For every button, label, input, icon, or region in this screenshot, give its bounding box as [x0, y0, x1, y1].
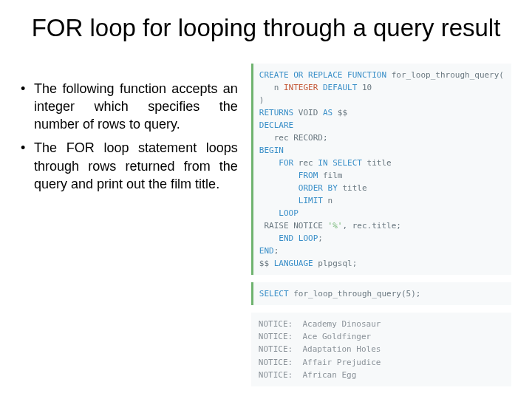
output-line: NOTICE: Affair Prejudice — [259, 358, 381, 367]
code-text: plpgsql; — [313, 259, 358, 268]
code-keyword: LOOP — [279, 208, 299, 218]
code-text: $$ — [332, 108, 347, 117]
code-keyword: FROM — [299, 171, 318, 180]
code-text: rec RECORD; — [259, 133, 328, 143]
slide-title: FOR loop for looping through a query res… — [21, 13, 511, 43]
right-column: CREATE OR REPLACE FUNCTION for_loop_thro… — [251, 64, 511, 386]
code-text — [259, 171, 299, 180]
code-text: n — [259, 83, 284, 92]
output-line: NOTICE: Ace Goldfinger — [259, 332, 371, 341]
code-text — [259, 208, 279, 218]
code-keyword: ORDER BY — [299, 183, 338, 193]
bullet-item: The FOR loop statement loops through row… — [21, 139, 238, 193]
code-text: rec — [293, 158, 318, 168]
code-keyword: SELECT — [259, 289, 289, 299]
code-text: ) — [259, 95, 265, 105]
code-block-select: SELECT for_loop_through_query(5); — [251, 282, 511, 305]
code-string: '%' — [328, 221, 343, 231]
code-text: , rec.title; — [342, 221, 400, 231]
code-text: n — [323, 196, 332, 205]
bullet-list: The following function accepts an intege… — [21, 80, 238, 194]
code-text: ; — [274, 246, 279, 256]
code-text: for_loop_through_query( — [386, 70, 504, 80]
code-text: title — [362, 158, 392, 168]
code-text: 10 — [357, 83, 372, 92]
code-block-function: CREATE OR REPLACE FUNCTION for_loop_thro… — [251, 64, 511, 276]
code-text: $$ — [259, 259, 274, 268]
code-keyword: END — [259, 246, 274, 256]
code-text — [259, 233, 279, 243]
code-keyword: DEFAULT — [318, 83, 357, 92]
bullet-item: The following function accepts an intege… — [21, 80, 238, 134]
code-text — [259, 183, 299, 193]
code-keyword: CREATE OR REPLACE FUNCTION — [259, 70, 386, 80]
output-block: NOTICE: Academy Dinosaur NOTICE: Ace Gol… — [251, 313, 511, 386]
code-text — [259, 158, 279, 168]
code-text: for_loop_through_query(5); — [289, 289, 421, 299]
code-type: INTEGER — [284, 83, 318, 92]
code-keyword: BEGIN — [259, 146, 284, 155]
content-row: The following function accepts an intege… — [21, 64, 511, 386]
output-line: NOTICE: Adaptation Holes — [259, 344, 381, 354]
output-line: NOTICE: African Egg — [259, 370, 356, 380]
code-text — [259, 196, 299, 205]
code-keyword: DECLARE — [259, 120, 293, 130]
slide: FOR loop for looping through a query res… — [0, 0, 532, 399]
code-text: title — [338, 183, 367, 193]
code-keyword: LIMIT — [299, 196, 323, 205]
code-keyword: RETURNS — [259, 108, 293, 117]
code-keyword: FOR — [279, 158, 293, 168]
code-text: VOID — [293, 108, 323, 117]
code-keyword: IN SELECT — [318, 158, 362, 168]
code-keyword: END LOOP — [279, 233, 318, 243]
code-text: RAISE NOTICE — [259, 221, 328, 231]
code-keyword: AS — [323, 108, 332, 117]
left-column: The following function accepts an intege… — [21, 64, 238, 386]
code-text: film — [318, 171, 342, 180]
code-keyword: LANGUAGE — [274, 259, 313, 268]
output-line: NOTICE: Academy Dinosaur — [259, 319, 381, 329]
code-text: ; — [318, 233, 323, 243]
